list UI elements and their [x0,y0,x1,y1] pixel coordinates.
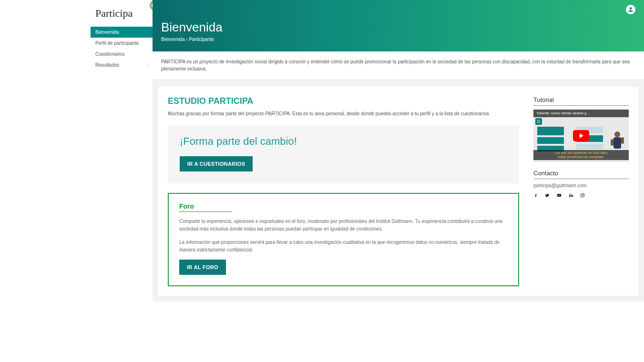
sidebar-item-label: Perfil de participante [95,40,139,46]
instagram-icon[interactable] [580,193,585,199]
go-to-forum-button[interactable]: IR AL FORO [179,260,226,275]
page-title: Bienvenida [161,20,635,35]
cta-box: ¡Forma parte del cambio! IR A CUESTIONAR… [168,126,519,183]
video-brand-icon: G [535,118,542,125]
chevron-right-icon: › [147,63,149,68]
logo: Participa [91,0,153,24]
svg-rect-7 [621,137,624,144]
sidebar-item-cuestionarios[interactable]: Cuestionarios [91,49,153,60]
video-caption-line: están pendientes de completar. [535,155,627,159]
foro-paragraph-2: La información que proporciones servirá … [179,239,508,254]
breadcrumb-item[interactable]: Bienvenida [161,37,184,42]
svg-rect-5 [613,137,621,149]
sidebar-item-bienvenida[interactable]: Bienvenida [91,27,153,38]
content-card: ESTUDIO PARTICIPA Muchas gracias por for… [158,87,638,296]
video-title-overlay: Tutorial: cómo iniciar sesión y ... [533,110,629,117]
social-links [533,193,629,199]
svg-point-9 [582,194,583,196]
link-ir-a-la-web[interactable]: Ir a la web [91,301,153,302]
breadcrumb-item[interactable]: Participante [189,37,214,42]
video-preview-block [537,137,564,144]
content-right: Tutorial G [533,96,629,286]
sidebar-item-label: Cuestionarios [95,51,124,57]
go-to-questionnaires-button[interactable]: IR A CUESTIONARIOS [180,156,253,171]
study-intro: Muchas gracias por formar parte del proy… [168,111,519,116]
intro-card: PARTICIPA es un proyecto de investigació… [153,51,644,79]
linkedin-icon[interactable] [569,193,573,199]
user-icon [627,6,634,13]
header: Bienvenida Bienvenida › Participante [153,0,644,51]
twitter-icon[interactable] [545,193,550,199]
tutorial-heading: Tutorial [533,96,629,106]
avatar[interactable] [626,5,635,14]
foro-title: Foro [179,202,232,212]
facebook-icon[interactable] [533,193,538,199]
contact-heading: Contacto [533,170,629,179]
video-preview-block [537,127,564,135]
sidebar-item-perfil[interactable]: Perfil de participante [91,38,153,49]
sidebar-item-label: Resultados [95,62,119,68]
breadcrumb: Bienvenida › Participante [161,37,635,42]
svg-rect-6 [611,139,613,146]
cta-title: ¡Forma parte del cambio! [180,135,507,148]
foro-paragraph-1: Comparte tu experiencia, opiniones e inq… [179,218,508,233]
youtube-icon[interactable] [556,193,562,199]
svg-point-3 [630,7,632,10]
video-preview-block [576,144,603,150]
sidebar-item-resultados[interactable]: Resultados › [91,60,153,70]
contact-email[interactable]: participa@guttmann.com [533,183,629,188]
sidebar: Participa Bienvenida Perfil de participa… [91,0,153,302]
sidebar-item-label: Bienvenida [95,30,119,35]
sidebar-nav: Bienvenida Perfil de participante Cuesti… [91,27,153,70]
brand-text: Participa [95,7,133,20]
video-caption: Los que nos aparecen en azul claro están… [533,150,629,160]
tutorial-video[interactable]: G Tutorial: cóm [533,110,629,162]
svg-point-10 [583,194,584,194]
foro-box: Foro Comparte tu experiencia, opiniones … [168,193,519,286]
sidebar-bottom-links: Ir a la web Ir al foro [91,301,153,302]
main: Bienvenida Bienvenida › Participante PAR… [153,0,644,302]
content-left: ESTUDIO PARTICIPA Muchas gracias por for… [168,96,519,286]
intro-text: PARTICIPA es un proyecto de investigació… [161,58,635,72]
video-caption-line: Los que nos aparecen en azul claro [535,151,627,155]
play-icon [573,130,589,141]
svg-point-4 [614,131,620,137]
study-title: ESTUDIO PARTICIPA [168,96,519,106]
